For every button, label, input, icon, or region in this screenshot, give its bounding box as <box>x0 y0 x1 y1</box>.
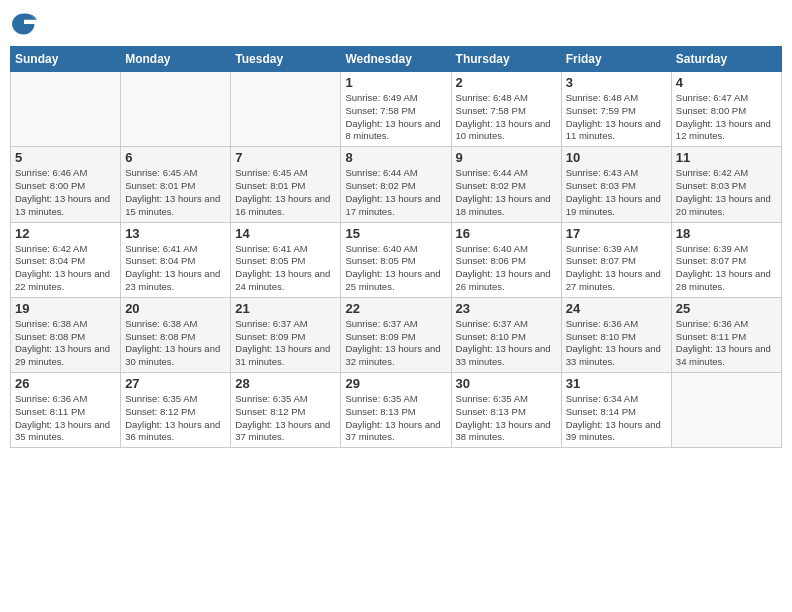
day-number: 7 <box>235 150 336 165</box>
calendar-cell: 15Sunrise: 6:40 AMSunset: 8:05 PMDayligh… <box>341 222 451 297</box>
day-number: 19 <box>15 301 116 316</box>
calendar-cell <box>231 72 341 147</box>
calendar-cell: 2Sunrise: 6:48 AMSunset: 7:58 PMDaylight… <box>451 72 561 147</box>
calendar-week-row: 19Sunrise: 6:38 AMSunset: 8:08 PMDayligh… <box>11 297 782 372</box>
day-number: 11 <box>676 150 777 165</box>
day-info: Sunrise: 6:44 AMSunset: 8:02 PMDaylight:… <box>345 167 446 218</box>
day-number: 8 <box>345 150 446 165</box>
logo <box>10 10 42 38</box>
weekday-header-sunday: Sunday <box>11 47 121 72</box>
weekday-header-monday: Monday <box>121 47 231 72</box>
weekday-header-wednesday: Wednesday <box>341 47 451 72</box>
day-info: Sunrise: 6:37 AMSunset: 8:09 PMDaylight:… <box>345 318 446 369</box>
day-number: 20 <box>125 301 226 316</box>
weekday-header-saturday: Saturday <box>671 47 781 72</box>
day-number: 23 <box>456 301 557 316</box>
day-info: Sunrise: 6:34 AMSunset: 8:14 PMDaylight:… <box>566 393 667 444</box>
day-number: 15 <box>345 226 446 241</box>
day-info: Sunrise: 6:46 AMSunset: 8:00 PMDaylight:… <box>15 167 116 218</box>
calendar-week-row: 26Sunrise: 6:36 AMSunset: 8:11 PMDayligh… <box>11 373 782 448</box>
calendar-cell: 20Sunrise: 6:38 AMSunset: 8:08 PMDayligh… <box>121 297 231 372</box>
day-number: 6 <box>125 150 226 165</box>
weekday-header-tuesday: Tuesday <box>231 47 341 72</box>
day-number: 26 <box>15 376 116 391</box>
day-number: 4 <box>676 75 777 90</box>
calendar-week-row: 12Sunrise: 6:42 AMSunset: 8:04 PMDayligh… <box>11 222 782 297</box>
header <box>10 10 782 38</box>
day-number: 16 <box>456 226 557 241</box>
day-info: Sunrise: 6:49 AMSunset: 7:58 PMDaylight:… <box>345 92 446 143</box>
calendar-cell: 9Sunrise: 6:44 AMSunset: 8:02 PMDaylight… <box>451 147 561 222</box>
day-number: 22 <box>345 301 446 316</box>
day-number: 28 <box>235 376 336 391</box>
day-info: Sunrise: 6:41 AMSunset: 8:05 PMDaylight:… <box>235 243 336 294</box>
weekday-header-friday: Friday <box>561 47 671 72</box>
calendar-cell: 13Sunrise: 6:41 AMSunset: 8:04 PMDayligh… <box>121 222 231 297</box>
weekday-header-thursday: Thursday <box>451 47 561 72</box>
day-info: Sunrise: 6:42 AMSunset: 8:03 PMDaylight:… <box>676 167 777 218</box>
day-number: 25 <box>676 301 777 316</box>
day-number: 31 <box>566 376 667 391</box>
calendar-cell: 1Sunrise: 6:49 AMSunset: 7:58 PMDaylight… <box>341 72 451 147</box>
calendar-cell: 12Sunrise: 6:42 AMSunset: 8:04 PMDayligh… <box>11 222 121 297</box>
day-info: Sunrise: 6:35 AMSunset: 8:12 PMDaylight:… <box>125 393 226 444</box>
calendar-cell <box>121 72 231 147</box>
calendar-cell: 30Sunrise: 6:35 AMSunset: 8:13 PMDayligh… <box>451 373 561 448</box>
calendar-cell: 28Sunrise: 6:35 AMSunset: 8:12 PMDayligh… <box>231 373 341 448</box>
day-info: Sunrise: 6:45 AMSunset: 8:01 PMDaylight:… <box>235 167 336 218</box>
calendar-week-row: 5Sunrise: 6:46 AMSunset: 8:00 PMDaylight… <box>11 147 782 222</box>
day-info: Sunrise: 6:44 AMSunset: 8:02 PMDaylight:… <box>456 167 557 218</box>
day-info: Sunrise: 6:35 AMSunset: 8:13 PMDaylight:… <box>456 393 557 444</box>
calendar-cell: 17Sunrise: 6:39 AMSunset: 8:07 PMDayligh… <box>561 222 671 297</box>
calendar-cell <box>671 373 781 448</box>
day-info: Sunrise: 6:36 AMSunset: 8:11 PMDaylight:… <box>15 393 116 444</box>
day-number: 1 <box>345 75 446 90</box>
calendar-cell: 14Sunrise: 6:41 AMSunset: 8:05 PMDayligh… <box>231 222 341 297</box>
calendar-cell: 5Sunrise: 6:46 AMSunset: 8:00 PMDaylight… <box>11 147 121 222</box>
calendar-cell: 7Sunrise: 6:45 AMSunset: 8:01 PMDaylight… <box>231 147 341 222</box>
day-info: Sunrise: 6:36 AMSunset: 8:10 PMDaylight:… <box>566 318 667 369</box>
calendar-cell: 24Sunrise: 6:36 AMSunset: 8:10 PMDayligh… <box>561 297 671 372</box>
calendar-cell: 27Sunrise: 6:35 AMSunset: 8:12 PMDayligh… <box>121 373 231 448</box>
page: SundayMondayTuesdayWednesdayThursdayFrid… <box>0 0 792 612</box>
day-info: Sunrise: 6:41 AMSunset: 8:04 PMDaylight:… <box>125 243 226 294</box>
day-info: Sunrise: 6:48 AMSunset: 7:58 PMDaylight:… <box>456 92 557 143</box>
day-number: 13 <box>125 226 226 241</box>
calendar-cell: 31Sunrise: 6:34 AMSunset: 8:14 PMDayligh… <box>561 373 671 448</box>
calendar-cell: 25Sunrise: 6:36 AMSunset: 8:11 PMDayligh… <box>671 297 781 372</box>
day-number: 27 <box>125 376 226 391</box>
day-info: Sunrise: 6:39 AMSunset: 8:07 PMDaylight:… <box>566 243 667 294</box>
calendar-cell: 10Sunrise: 6:43 AMSunset: 8:03 PMDayligh… <box>561 147 671 222</box>
day-info: Sunrise: 6:48 AMSunset: 7:59 PMDaylight:… <box>566 92 667 143</box>
day-number: 29 <box>345 376 446 391</box>
day-info: Sunrise: 6:40 AMSunset: 8:05 PMDaylight:… <box>345 243 446 294</box>
day-number: 10 <box>566 150 667 165</box>
calendar-cell <box>11 72 121 147</box>
day-info: Sunrise: 6:40 AMSunset: 8:06 PMDaylight:… <box>456 243 557 294</box>
day-info: Sunrise: 6:45 AMSunset: 8:01 PMDaylight:… <box>125 167 226 218</box>
day-info: Sunrise: 6:43 AMSunset: 8:03 PMDaylight:… <box>566 167 667 218</box>
calendar-cell: 26Sunrise: 6:36 AMSunset: 8:11 PMDayligh… <box>11 373 121 448</box>
calendar-cell: 29Sunrise: 6:35 AMSunset: 8:13 PMDayligh… <box>341 373 451 448</box>
calendar-cell: 11Sunrise: 6:42 AMSunset: 8:03 PMDayligh… <box>671 147 781 222</box>
day-number: 24 <box>566 301 667 316</box>
logo-icon <box>10 10 38 38</box>
calendar-cell: 23Sunrise: 6:37 AMSunset: 8:10 PMDayligh… <box>451 297 561 372</box>
day-number: 21 <box>235 301 336 316</box>
day-info: Sunrise: 6:47 AMSunset: 8:00 PMDaylight:… <box>676 92 777 143</box>
calendar-cell: 18Sunrise: 6:39 AMSunset: 8:07 PMDayligh… <box>671 222 781 297</box>
day-info: Sunrise: 6:35 AMSunset: 8:13 PMDaylight:… <box>345 393 446 444</box>
day-number: 12 <box>15 226 116 241</box>
calendar-cell: 3Sunrise: 6:48 AMSunset: 7:59 PMDaylight… <box>561 72 671 147</box>
calendar-cell: 6Sunrise: 6:45 AMSunset: 8:01 PMDaylight… <box>121 147 231 222</box>
day-number: 9 <box>456 150 557 165</box>
day-info: Sunrise: 6:37 AMSunset: 8:10 PMDaylight:… <box>456 318 557 369</box>
day-info: Sunrise: 6:39 AMSunset: 8:07 PMDaylight:… <box>676 243 777 294</box>
day-number: 3 <box>566 75 667 90</box>
weekday-header-row: SundayMondayTuesdayWednesdayThursdayFrid… <box>11 47 782 72</box>
calendar-cell: 21Sunrise: 6:37 AMSunset: 8:09 PMDayligh… <box>231 297 341 372</box>
calendar-cell: 22Sunrise: 6:37 AMSunset: 8:09 PMDayligh… <box>341 297 451 372</box>
calendar-week-row: 1Sunrise: 6:49 AMSunset: 7:58 PMDaylight… <box>11 72 782 147</box>
day-info: Sunrise: 6:38 AMSunset: 8:08 PMDaylight:… <box>125 318 226 369</box>
day-number: 2 <box>456 75 557 90</box>
